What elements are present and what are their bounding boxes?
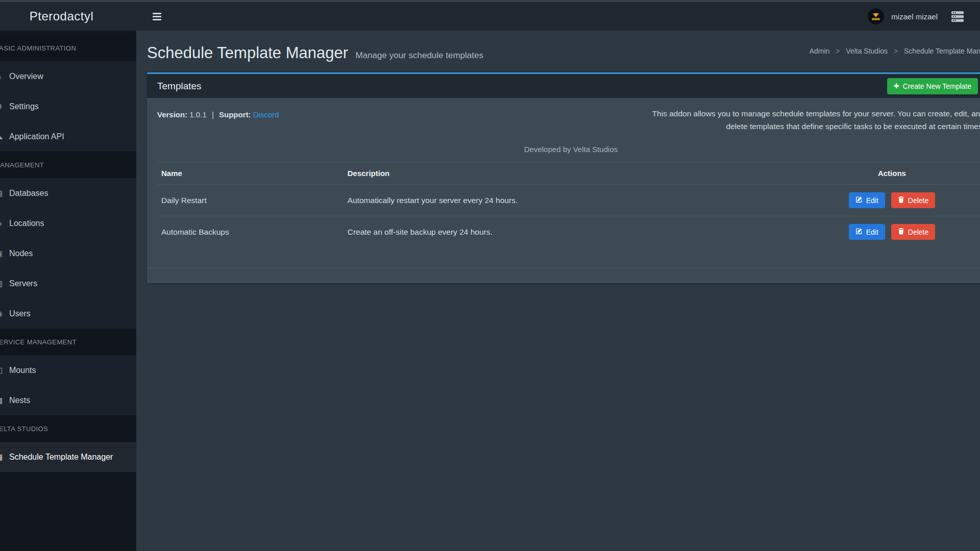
table-row: Automatic Backups Create an off-site bac…: [157, 216, 980, 248]
sidebar-item-databases[interactable]: ▤ Databases: [0, 178, 136, 208]
viewport: Pterodactyl mizael mizael: [0, 0, 980, 551]
th-large-icon: ▩: [0, 396, 4, 405]
sidebar-item-locations[interactable]: ◈ Locations: [0, 208, 136, 238]
sidebar-item-nodes[interactable]: ▣ Nodes: [0, 238, 136, 268]
column-header-name: Name: [157, 162, 344, 185]
create-button-label: Create New Template: [903, 82, 971, 90]
avatar[interactable]: [868, 8, 884, 24]
sidebar-item-schedule-template-manager[interactable]: ▦ Schedule Template Manager: [0, 442, 136, 472]
navbar-right: mizael mizael: [868, 8, 980, 24]
trash-icon: [898, 196, 904, 205]
edit-button-label: Edit: [866, 196, 878, 205]
template-description: Create an off-site backup every 24 hours…: [344, 216, 823, 248]
sidebar-item-servers[interactable]: ▥ Servers: [0, 268, 136, 298]
column-header-actions: Actions: [823, 162, 980, 185]
page-subtitle: Manage your schedule templates: [356, 51, 483, 60]
sidebar-item-label: Users: [9, 309, 31, 318]
wrench-icon: ⚙: [0, 102, 4, 111]
sidebar-section-management: MANAGEMENT: [0, 152, 136, 178]
server-rack-icon[interactable]: [951, 11, 964, 22]
plus-icon: ✚: [894, 82, 899, 90]
panel-body: Version: 1.0.1 | Support: Discord This a…: [147, 98, 980, 268]
version-support-line: Version: 1.0.1 | Support: Discord: [157, 107, 279, 119]
sidebar-item-label: Nests: [9, 396, 30, 405]
users-icon: ◉: [0, 309, 4, 318]
sidebar-item-label: Mounts: [9, 366, 36, 375]
database-icon: ▤: [0, 189, 4, 198]
template-name: Daily Restart: [157, 185, 344, 216]
column-header-description: Description: [344, 162, 823, 185]
sidebar-item-overview[interactable]: ⌂ Overview: [0, 61, 136, 91]
sidebar-item-label: Overview: [9, 72, 43, 81]
globe-icon: ◈: [0, 219, 4, 228]
breadcrumb-separator: >: [890, 47, 902, 55]
sitemap-icon: ▣: [0, 249, 4, 258]
breadcrumb-current: Schedule Template Manager: [904, 47, 980, 55]
sidebar-item-label: Servers: [9, 279, 37, 288]
page-title: Schedule Template Manager: [147, 44, 348, 62]
brand-logo[interactable]: Pterodactyl: [0, 9, 136, 23]
sidebar-item-label: Nodes: [9, 249, 33, 258]
breadcrumb-velta-studios[interactable]: Velta Studios: [846, 47, 888, 55]
sidebar-item-label: Databases: [9, 189, 48, 198]
user-name[interactable]: mizael mizael: [891, 12, 938, 21]
page: Pterodactyl mizael mizael: [0, 0, 980, 551]
discord-link[interactable]: Discord: [253, 110, 279, 119]
calendar-icon: ▦: [0, 453, 4, 462]
panel-header: Templates ✚ Create New Template: [147, 74, 980, 98]
sidebar-item-users[interactable]: ◉ Users: [0, 298, 136, 329]
version-value: 1.0.1: [189, 110, 206, 119]
edit-button[interactable]: Edit: [849, 192, 885, 208]
sidebar-item-nests[interactable]: ▩ Nests: [0, 385, 136, 415]
sidebar-item-label: Locations: [9, 219, 44, 228]
sidebar-section-service-management: SERVICE MANAGEMENT: [0, 329, 136, 355]
divider: |: [212, 110, 214, 119]
delete-button-label: Delete: [908, 196, 928, 205]
cloud-icon: ☁: [0, 132, 4, 141]
delete-button[interactable]: Delete: [891, 192, 935, 208]
templates-table: Name Description Actions Daily Restart A…: [157, 162, 980, 247]
sidebar-section-velta-studios: VELTA STUDIOS: [0, 415, 136, 442]
developed-by: Developed by Velta Studios: [157, 145, 980, 154]
panel-footer: [147, 268, 980, 283]
breadcrumb-admin[interactable]: Admin: [810, 47, 830, 55]
sidebar-item-settings[interactable]: ⚙ Settings: [0, 91, 136, 121]
sidebar-item-mounts[interactable]: ◧ Mounts: [0, 355, 136, 385]
version-label: Version:: [157, 110, 187, 119]
top-navbar: Pterodactyl mizael mizael: [0, 2, 980, 31]
sidebar-item-label: Application API: [9, 132, 64, 141]
edit-icon: [855, 228, 863, 236]
breadcrumb-separator: >: [831, 47, 844, 55]
sidebar-toggle-icon[interactable]: [150, 10, 164, 23]
table-header-row: Name Description Actions: [157, 162, 980, 185]
addon-description-line: This addon allows you to manage schedule…: [571, 107, 980, 120]
breadcrumb: Admin > Velta Studios > Schedule Templat…: [810, 47, 980, 55]
table-row: Daily Restart Automatically restart your…: [157, 185, 980, 216]
addon-description: This addon allows you to manage schedule…: [571, 107, 980, 133]
sidebar-section-basic-administration: BASIC ADMINISTRATION: [0, 35, 136, 61]
edit-button-label: Edit: [866, 228, 878, 236]
edit-button[interactable]: Edit: [849, 224, 885, 240]
content-area: Schedule Template Manager Manage your sc…: [136, 31, 980, 551]
edit-icon: [855, 196, 863, 205]
addon-description-line: delete templates that define specific ta…: [571, 120, 980, 133]
create-new-template-button[interactable]: ✚ Create New Template: [887, 78, 978, 94]
home-icon: ⌂: [0, 72, 4, 81]
delete-button-label: Delete: [908, 228, 928, 236]
template-description: Automatically restart your server every …: [344, 185, 823, 216]
content-header: Schedule Template Manager Manage your sc…: [136, 31, 980, 72]
magic-icon: ◧: [0, 366, 4, 375]
trash-icon: [898, 228, 904, 236]
panel-title: Templates: [157, 81, 202, 92]
sidebar-item-label: Settings: [9, 102, 39, 111]
server-icon: ▥: [0, 279, 4, 288]
delete-button[interactable]: Delete: [891, 224, 935, 240]
template-name: Automatic Backups: [157, 216, 344, 248]
templates-panel: Templates ✚ Create New Template Version:…: [147, 72, 980, 283]
sidebar-item-label: Schedule Template Manager: [9, 453, 113, 462]
sidebar-item-application-api[interactable]: ☁ Application API: [0, 121, 136, 152]
sidebar: BASIC ADMINISTRATION ⌂ Overview ⚙ Settin…: [0, 31, 136, 551]
support-label: Support:: [219, 110, 251, 119]
